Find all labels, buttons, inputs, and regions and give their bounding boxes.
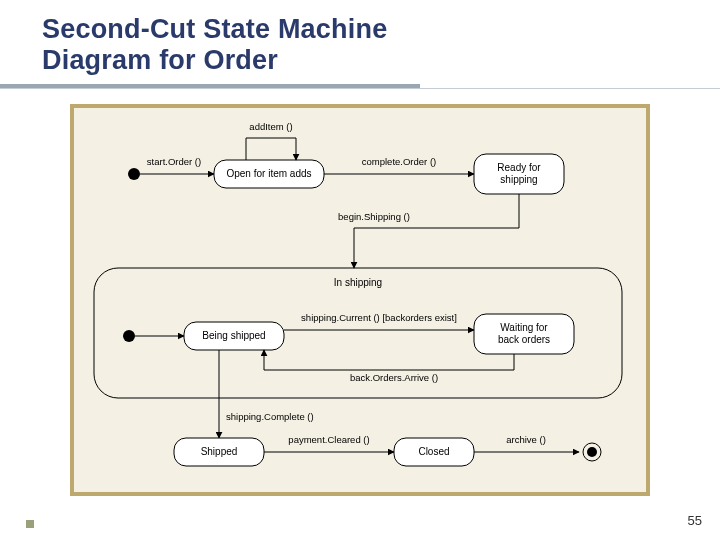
label-shipping-complete: shipping.Complete () [226, 411, 314, 422]
label-payment-cleared: payment.Cleared () [288, 434, 369, 445]
edge-add-item [246, 138, 296, 160]
state-waiting-l2: back orders [498, 334, 550, 345]
state-waiting-l1: Waiting for [500, 322, 548, 333]
label-shipping-current: shipping.Current () [backorders exist] [301, 312, 457, 323]
label-complete-order: complete.Order () [362, 156, 436, 167]
footer-square-icon [26, 520, 34, 528]
edge-begin-shipping [354, 194, 519, 268]
state-being-shipped-label: Being shipped [202, 330, 265, 341]
initial-state-top [128, 168, 140, 180]
title-line-2: Diagram for Order [42, 45, 278, 75]
state-machine-diagram: start.Order () Open for item adds addIte… [74, 108, 646, 492]
label-add-item: addItem () [249, 121, 292, 132]
state-closed-label: Closed [418, 446, 449, 457]
slide-title: Second-Cut State Machine Diagram for Ord… [42, 14, 387, 76]
label-begin-shipping: begin.Shipping () [338, 211, 410, 222]
composite-label: In shipping [334, 277, 382, 288]
slide: Second-Cut State Machine Diagram for Ord… [0, 0, 720, 540]
diagram-frame: start.Order () Open for item adds addIte… [70, 104, 650, 496]
final-state-dot [587, 447, 597, 457]
label-start-order: start.Order () [147, 156, 201, 167]
label-back-orders-arrive: back.Orders.Arrive () [350, 372, 438, 383]
state-open-label: Open for item adds [226, 168, 311, 179]
state-ready-l2: shipping [500, 174, 537, 185]
initial-state-inner [123, 330, 135, 342]
label-archive: archive () [506, 434, 546, 445]
state-ready-l1: Ready for [497, 162, 541, 173]
title-underline [0, 84, 720, 90]
page-number: 55 [688, 513, 702, 528]
title-line-1: Second-Cut State Machine [42, 14, 387, 44]
edge-back-orders-arrive [264, 350, 514, 370]
state-shipped-label: Shipped [201, 446, 238, 457]
